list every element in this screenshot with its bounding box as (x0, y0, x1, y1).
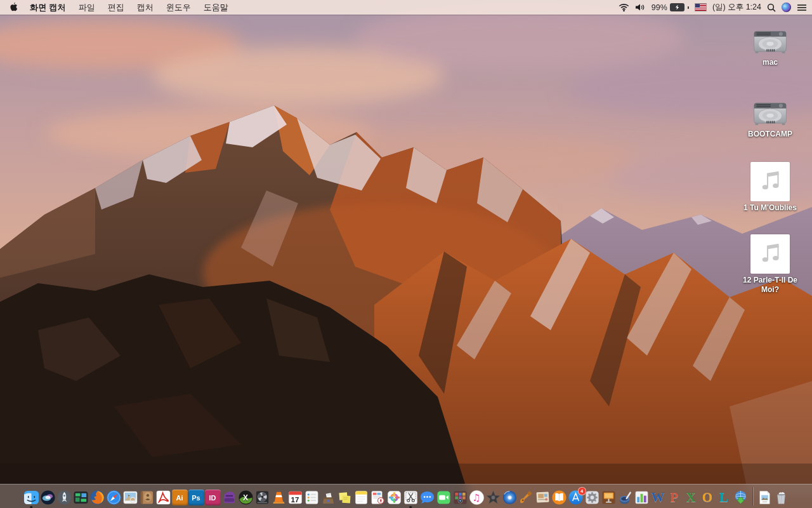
dock-item-facetime[interactable] (436, 489, 452, 505)
dock-item-firefox[interactable] (89, 489, 105, 505)
dock-item-downloader[interactable] (733, 489, 749, 505)
dock-item-trash-full[interactable] (773, 489, 789, 505)
lync-icon: L (716, 490, 732, 505)
dock-item-illustrator[interactable]: Ai (172, 489, 188, 505)
dock-item-app-store[interactable]: 4 (568, 489, 584, 505)
dock-item-numbers[interactable] (634, 489, 650, 505)
dock-item-finder[interactable] (23, 489, 39, 505)
desktop-icon-label: 12 Parle-T-Il De Moi? (735, 276, 806, 295)
dock-item-launchpad[interactable] (56, 489, 72, 505)
menu-clock[interactable]: (일) 오후 1:24 (712, 2, 761, 13)
toast-icon (221, 490, 237, 505)
wifi-menu-icon[interactable] (619, 3, 629, 11)
spotlight-icon[interactable] (767, 3, 776, 12)
menu-item-3[interactable]: 윈도우 (160, 2, 197, 13)
desktop-icon-label: BOOTCAMP (748, 130, 792, 139)
dvd-player-icon (502, 490, 518, 505)
dock-item-notes[interactable] (353, 489, 369, 505)
dock-item-indesign[interactable]: ID (205, 489, 221, 505)
running-indicator (30, 506, 32, 508)
dock-item-disk-tool[interactable] (254, 489, 270, 505)
desktop-icon-bootcamp-volume[interactable]: BOOTCAMP (732, 95, 808, 139)
document-file-icon (757, 490, 773, 505)
desktop-icon-audio-file-1[interactable]: 1 Tu M'Oublies (732, 162, 808, 213)
apple-logo-icon (10, 2, 18, 13)
dock-item-stickies[interactable] (337, 489, 353, 505)
dock-item-dvd-player[interactable] (502, 489, 518, 505)
desktop-icon-label: mac (763, 58, 778, 67)
system-preferences-icon (584, 490, 600, 505)
menu-item-0[interactable]: 파일 (72, 2, 102, 13)
dock-item-archive-box[interactable] (320, 489, 336, 505)
dock-item-document-file[interactable] (757, 489, 773, 505)
active-app-menu[interactable]: 화면 캡처 (23, 2, 72, 13)
dock-item-reminders[interactable] (304, 489, 320, 505)
dock-item-calendar[interactable]: 17 (287, 489, 303, 505)
imovie-icon (485, 490, 501, 505)
vlc-icon (271, 490, 287, 505)
dock-item-powerpoint[interactable]: P (667, 489, 683, 505)
battery-percent: 99% (652, 3, 667, 12)
desktop-icon-mac-volume[interactable]: mac (732, 23, 808, 67)
photoshop-icon: Ps (188, 490, 204, 505)
dock-item-photoshop[interactable]: Ps (188, 489, 204, 505)
notification-center-icon[interactable] (797, 4, 807, 11)
dock-item-keynote[interactable] (601, 489, 617, 505)
contacts-icon (139, 490, 155, 505)
dock-item-system-preferences[interactable] (584, 489, 600, 505)
indesign-icon: ID (205, 490, 221, 505)
menu-item-1[interactable]: 편집 (102, 2, 131, 13)
dock-item-siri[interactable] (40, 489, 56, 505)
facetime-icon (436, 490, 452, 505)
dock-item-preview[interactable] (122, 489, 138, 505)
dock-item-imovie[interactable] (485, 489, 501, 505)
dock-divider (752, 487, 753, 505)
dock-item-x-utility[interactable]: X (238, 489, 254, 505)
acrobat-icon (155, 490, 171, 505)
dock-item-contacts[interactable] (139, 489, 155, 505)
wallpaper-sierra-mountain (0, 0, 812, 508)
desktop[interactable]: 화면 캡처 파일편집캡처윈도우도움말 99% (일) 오후 1:24 (0, 0, 812, 508)
calendar-icon: 17 (287, 490, 303, 505)
firefox-icon (89, 490, 105, 505)
dock-item-itunes[interactable]: ♫ (469, 489, 485, 505)
dock-item-word[interactable]: W (650, 489, 666, 505)
volume-menu-icon[interactable] (635, 3, 646, 11)
menu-bar: 화면 캡처 파일편집캡처윈도우도움말 99% (일) 오후 1:24 (0, 0, 812, 15)
dock-item-ibooks[interactable] (551, 489, 567, 505)
desktop-icon-audio-file-2[interactable]: 12 Parle-T-Il De Moi? (732, 234, 808, 295)
menu-item-4[interactable]: 도움말 (197, 2, 235, 13)
dock-item-page-layout[interactable] (370, 489, 386, 505)
pages-icon (617, 490, 633, 505)
dock-item-outlook[interactable]: O (700, 489, 716, 505)
finder-icon (23, 490, 39, 505)
dock-item-messages[interactable] (419, 489, 435, 505)
dock-item-lync[interactable]: L (716, 489, 732, 505)
mission-control-icon (73, 490, 89, 505)
running-indicator (409, 506, 412, 508)
dock-item-garageband[interactable] (518, 489, 534, 505)
dock-item-photo-booth[interactable] (452, 489, 468, 505)
trash-full-icon (773, 490, 789, 505)
menu-item-2[interactable]: 캡처 (131, 2, 160, 13)
siri-icon (40, 490, 56, 505)
excel-icon: X (683, 490, 699, 505)
dock-item-vlc[interactable] (271, 489, 287, 505)
apple-menu[interactable] (5, 0, 23, 15)
battery-menu-item[interactable]: 99% (652, 3, 689, 12)
input-source-us-flag-icon[interactable] (695, 3, 707, 11)
siri-menu-icon[interactable] (782, 3, 791, 12)
dock-item-grab-screen-capture[interactable] (403, 489, 419, 505)
dock-item-excel[interactable]: X (683, 489, 699, 505)
stickies-icon (337, 490, 353, 505)
dock-item-photo-card[interactable] (535, 489, 551, 505)
dock-item-photos[interactable] (386, 489, 402, 505)
dock-item-mission-control[interactable] (73, 489, 89, 505)
dock-item-acrobat[interactable] (155, 489, 171, 505)
dock-item-toast[interactable] (221, 489, 237, 505)
dock-item-safari[interactable] (106, 489, 122, 505)
grab-screen-capture-icon (403, 490, 419, 505)
page-layout-icon (370, 490, 386, 505)
dock-item-pages[interactable] (617, 489, 633, 505)
photo-card-icon (535, 490, 551, 505)
